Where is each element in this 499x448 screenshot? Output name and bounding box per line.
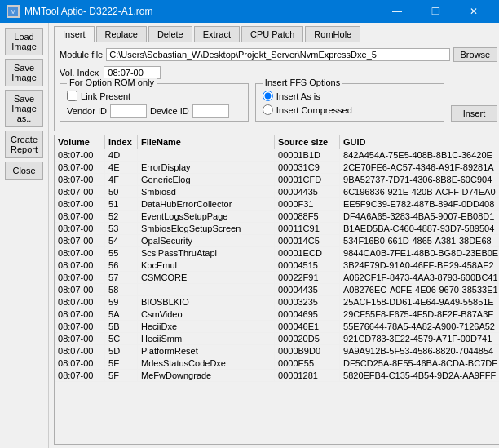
table-row[interactable]: 08:07-00 5B HeciiDxe 000046E1 55E76644-7…: [55, 321, 499, 333]
window-title: MMTool Aptio- D3222-A1.rom: [24, 6, 152, 17]
restore-button[interactable]: ❐: [417, 3, 454, 20]
cell-guid: 9844CA0B-7FE1-48B0-BG8D-23EB0E: [340, 247, 499, 259]
cell-index: 4F: [105, 174, 138, 185]
file-table: Volume Index FileName Source size GUID 0…: [54, 135, 499, 445]
cell-sourcesize: 000020D5: [275, 333, 340, 344]
tab-cpu-patch[interactable]: CPU Patch: [241, 26, 303, 42]
cell-index: 4D: [105, 149, 138, 161]
table-row[interactable]: 08:07-00 56 KbcEmul 00004515 3B24F79D-91…: [55, 259, 499, 272]
cell-filename: [138, 149, 275, 161]
vendor-id-label: Vendor ID: [67, 106, 107, 116]
close-button[interactable]: ✕: [455, 3, 492, 20]
cell-filename: [138, 284, 275, 295]
module-file-input[interactable]: C:\Users\Sebastian_W\Desktop\Projekt_Ser…: [106, 48, 449, 61]
table-row[interactable]: 08:07-00 4F GenericElog 00001CFD 9BA5273…: [55, 174, 499, 186]
cell-index: 52: [105, 211, 138, 222]
table-row[interactable]: 08:07-00 4D 00001B1D 842A454A-75E5-408B-…: [55, 149, 499, 162]
cell-sourcesize: 0000F31: [275, 198, 340, 210]
tab-delete[interactable]: Delete: [148, 26, 192, 42]
table-row[interactable]: 08:07-00 4E ErrorDisplay 000031C9 2CE70F…: [55, 162, 499, 174]
cell-sourcesize: 0000B9D0: [275, 345, 340, 357]
browse-button[interactable]: Browse: [453, 47, 498, 62]
cell-filename: CsmVideo: [138, 308, 275, 320]
options-row: For Option ROM only Link Present Vendor …: [60, 83, 497, 122]
module-file-row: Module file C:\Users\Sebastian_W\Desktop…: [60, 47, 497, 62]
option-rom-box: For Option ROM only Link Present Vendor …: [60, 83, 249, 122]
cell-guid: EE5F9C39-E782-487B-894F-0DD408: [340, 198, 499, 210]
table-row[interactable]: 08:07-00 5E MdesStatusCodeDxe 0000E55 DF…: [55, 357, 499, 370]
table-row[interactable]: 08:07-00 50 Smbiosd 00004435 6C196836-92…: [55, 186, 499, 198]
cell-filename: GenericElog: [138, 174, 275, 185]
cell-guid: 25ACF158-DD61-4E64-9A49-55851E: [340, 296, 499, 308]
table-row[interactable]: 08:07-00 57 CSMCORE 00022F91 A062CF1F-84…: [55, 272, 499, 284]
tab-romhole[interactable]: RomHole: [305, 26, 360, 42]
cell-sourcesize: 00001281: [275, 370, 340, 381]
cell-filename: CSMCORE: [138, 272, 275, 283]
cell-filename: ScsiPassThruAtapi: [138, 247, 275, 259]
create-report-button[interactable]: Create Report: [5, 131, 43, 158]
insert-compressed-row: Insert Compressed: [263, 104, 437, 115]
cell-volume: 08:07-00: [55, 272, 105, 283]
cell-guid: B1AED5BA-C460-4887-93D7-589504: [340, 223, 499, 234]
vendor-device-row: Vendor ID Device ID: [67, 104, 241, 118]
minimize-button[interactable]: —: [378, 3, 416, 20]
cell-filename: Smbiosd: [138, 186, 275, 197]
cell-sourcesize: 000014C5: [275, 235, 340, 246]
cell-sourcesize: 000046E1: [275, 321, 340, 332]
cell-volume: 08:07-00: [55, 186, 105, 197]
cell-volume: 08:07-00: [55, 259, 105, 271]
vol-index-label: Vol. Index: [60, 68, 99, 78]
vendor-id-input[interactable]: [110, 104, 147, 118]
load-image-button[interactable]: Load Image: [5, 28, 43, 55]
col-header-index: Index: [105, 135, 138, 149]
cell-sourcesize: 00001B1D: [275, 149, 340, 161]
cell-sourcesize: 0000E55: [275, 357, 340, 369]
device-id-input[interactable]: [192, 104, 229, 118]
cell-volume: 08:07-00: [55, 198, 105, 210]
tab-extract[interactable]: Extract: [194, 26, 240, 42]
cell-volume: 08:07-00: [55, 333, 105, 344]
insert-compressed-radio[interactable]: [263, 104, 273, 115]
cell-index: 56: [105, 259, 138, 271]
cell-guid: DF5CD25A-8E55-46BA-8CDA-BC7DE: [340, 357, 499, 369]
save-image-as-button[interactable]: Save Image as..: [5, 90, 43, 127]
cell-volume: 08:07-00: [55, 149, 105, 161]
insert-button[interactable]: Insert: [451, 105, 498, 122]
insert-ffs-title: Insert FFS Options: [263, 78, 342, 87]
cell-index: 58: [105, 284, 138, 295]
table-row[interactable]: 08:07-00 5A CsmVideo 00004695 29CF55F8-F…: [55, 308, 499, 321]
table-row[interactable]: 08:07-00 52 EventLogsSetupPage 000088F5 …: [55, 211, 499, 223]
insert-as-is-row: Insert As is: [263, 91, 437, 101]
insert-as-is-radio[interactable]: [263, 91, 273, 101]
close-button-panel[interactable]: Close: [5, 162, 43, 180]
table-row[interactable]: 08:07-00 58 00004435 A08276EC-A0FE-4E06-…: [55, 284, 499, 296]
table-row[interactable]: 08:07-00 55 ScsiPassThruAtapi 00001ECD 9…: [55, 247, 499, 259]
table-row[interactable]: 08:07-00 5F MeFwDowngrade 00001281 5820E…: [55, 370, 499, 382]
cell-volume: 08:07-00: [55, 223, 105, 234]
tab-insert[interactable]: Insert: [54, 26, 95, 42]
cell-sourcesize: 00022F91: [275, 272, 340, 283]
cell-guid: 9A9A912B-5F53-4586-8820-7044854: [340, 345, 499, 357]
insert-tab-content: Module file C:\Users\Sebastian_W\Desktop…: [54, 42, 499, 131]
table-row[interactable]: 08:07-00 51 DataHubErrorCollector 0000F3…: [55, 198, 499, 211]
cell-volume: 08:07-00: [55, 174, 105, 185]
insert-btn-container: Insert: [451, 83, 498, 122]
cell-guid: 3B24F79D-91A0-46FF-BE29-458AE2: [340, 259, 499, 271]
cell-sourcesize: 00001CFD: [275, 174, 340, 185]
table-row[interactable]: 08:07-00 53 SmbiosElogSetupScreen 00011C…: [55, 223, 499, 235]
table-row[interactable]: 08:07-00 5C HeciiSmm 000020D5 921CD783-3…: [55, 333, 499, 345]
cell-filename: MdesStatusCodeDxe: [138, 357, 275, 369]
cell-guid: 2CE70FE6-AC57-4346-A91F-89281A: [340, 162, 499, 173]
cell-filename: EventLogsSetupPage: [138, 211, 275, 222]
cell-filename: BIOSBLKIO: [138, 296, 275, 308]
table-row[interactable]: 08:07-00 59 BIOSBLKIO 00003235 25ACF158-…: [55, 296, 499, 308]
cell-volume: 08:07-00: [55, 308, 105, 320]
table-scroll[interactable]: 08:07-00 4D 00001B1D 842A454A-75E5-408B-…: [55, 149, 499, 444]
link-present-checkbox[interactable]: [67, 91, 77, 101]
table-row[interactable]: 08:07-00 54 OpalSecurity 000014C5 534F16…: [55, 235, 499, 247]
tab-replace[interactable]: Replace: [96, 26, 147, 42]
cell-sourcesize: 00003235: [275, 296, 340, 308]
cell-sourcesize: 00004435: [275, 284, 340, 295]
save-image-button[interactable]: Save Image: [5, 59, 43, 86]
table-row[interactable]: 08:07-00 5D PlatformReset 0000B9D0 9A9A9…: [55, 345, 499, 357]
